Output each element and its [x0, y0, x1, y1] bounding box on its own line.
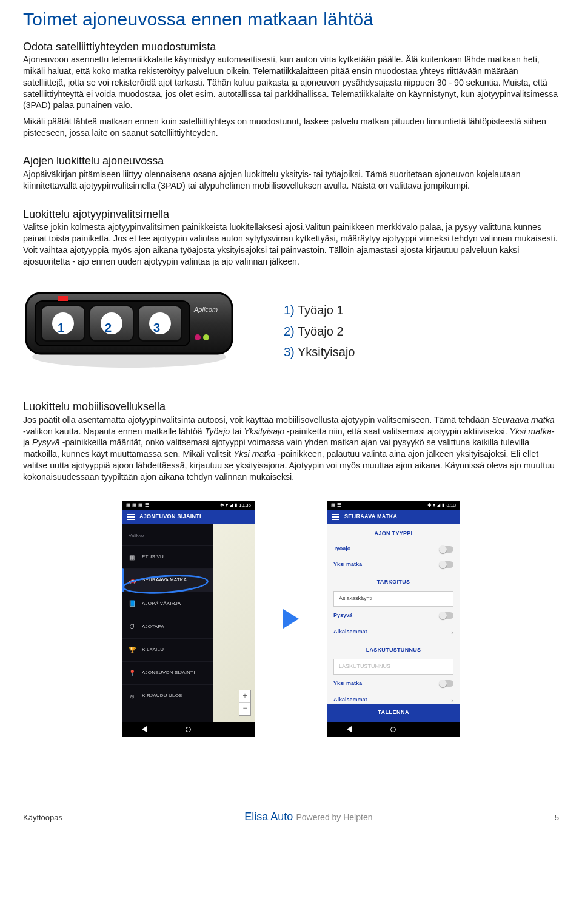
drawer-label-kilpailu: KILPAILU [142, 647, 164, 653]
pin-icon: 📍 [129, 669, 136, 677]
hamburger-icon[interactable] [332, 513, 340, 521]
back-icon[interactable] [347, 726, 352, 732]
toggle-yksimatka2[interactable] [440, 680, 453, 687]
row-tyoajo[interactable]: Työajo [327, 541, 460, 557]
device-image: 1 2 3 Aplicom [23, 284, 235, 378]
section-satellite-p1: Ajoneuvoon asennettu telematiikkalaite k… [23, 54, 559, 111]
section-selector-p1: Valitse jokin kolmesta ajotyypinvalitsim… [23, 221, 559, 267]
recents-icon[interactable] [230, 727, 235, 732]
home-icon[interactable] [186, 727, 191, 732]
sec4-p1e: tai [230, 427, 244, 436]
grid-icon: ▦ [129, 553, 136, 561]
statusbar: ▦ ☰ ✱ ▾ ◢ ▮8.13 [327, 501, 460, 510]
label-tyoajo: Työajo [333, 545, 350, 553]
drawer-item-sijainti[interactable]: 📍AJONEUVON SIJAINTI [122, 661, 213, 684]
page-footer: Käyttöopas Elisa Auto Powered by Helpten… [23, 810, 559, 825]
drawer-item-kirjaudu[interactable]: ⎋KIRJAUDU ULOS [122, 684, 213, 707]
battery-icon: ▮ [442, 502, 444, 509]
label-yksimatka2: Yksi matka [333, 680, 362, 687]
section-mobile: Luokittelu mobiilisovelluksella Jos päät… [23, 400, 559, 482]
footer-center: Elisa Auto Powered by Helpten [244, 810, 372, 825]
zoom-out-button[interactable]: − [239, 703, 250, 715]
legend-item-3: 3) Yksityisajo [284, 344, 559, 360]
status-icon: ▦ ☰ [331, 502, 341, 509]
footer-sub: Powered by Helpten [296, 812, 372, 822]
section-selector: Luokittelu ajotyypinvalitsimella Valitse… [23, 207, 559, 268]
row-pysyva[interactable]: Pysyvä [327, 608, 460, 624]
home-icon[interactable] [390, 727, 396, 732]
sec4-p1g: -painiketta niin, että saat valitsemasi … [284, 427, 509, 436]
sec4-em-pysyva: Pysyvä [32, 437, 60, 447]
device-row: 1 2 3 Aplicom 1) Työajo 1 2) Työajo 2 3)… [23, 284, 559, 378]
zoom-control[interactable]: + − [239, 690, 251, 717]
row-aikaisemmat[interactable]: Aikaisemmat› [327, 624, 460, 641]
statusbar: ▦ ▦ ▦ ☰ ✱ ▾ ◢ ▮13.36 [122, 501, 255, 510]
section-satellite: Odota satelliittiyhteyden muodostumista … [23, 40, 559, 139]
device-button-2-label: 2 [105, 321, 112, 335]
nav-drawer: Valikko ▦ETUSIVU 🚗SEURAAVA MATKA 📘AJOPÄI… [122, 524, 213, 722]
phones-row: ▦ ▦ ▦ ☰ ✱ ▾ ◢ ▮13.36 AJONEUVON SIJAINTI … [23, 501, 559, 737]
section-classification-heading: Ajojen luokittelu ajoneuvossa [23, 154, 559, 169]
appbar: SEURAAVA MATKA [327, 510, 460, 524]
input-tarkoitus[interactable]: Asiakaskäynti [333, 591, 453, 607]
android-navbar [122, 722, 255, 737]
appbar: AJONEUVON SIJAINTI [122, 510, 255, 524]
section-title-lasku: LASKUTUSTUNNUS [327, 641, 460, 658]
car-icon: 🚗 [129, 576, 136, 584]
legend-3-num: 3) [284, 345, 295, 359]
chevron-right-icon: › [451, 696, 453, 705]
label-pysyva: Pysyvä [333, 612, 352, 619]
phone-screenshot-drawer: ▦ ▦ ▦ ☰ ✱ ▾ ◢ ▮13.36 AJONEUVON SIJAINTI … [122, 501, 255, 737]
footer-left: Käyttöopas [23, 812, 62, 823]
svg-point-11 [203, 334, 209, 340]
section-satellite-heading: Odota satelliittiyhteyden muodostumista [23, 40, 559, 55]
section-mobile-heading: Luokittelu mobiilisovelluksella [23, 400, 559, 414]
drawer-label-seuraava: SEURAAVA MATKA [142, 577, 187, 584]
bluetooth-icon: ✱ ▾ ◢ [220, 502, 233, 509]
footer-brand: Elisa Auto [244, 811, 293, 823]
device-legend: 1) Työajo 1 2) Työajo 2 3) Yksityisajo [284, 297, 559, 365]
section-classification: Ajojen luokittelu ajoneuvossa Ajopäiväki… [23, 154, 559, 191]
section-title-tarkoitus: TARKOITUS [327, 573, 460, 590]
recents-icon[interactable] [435, 727, 440, 732]
logout-icon: ⎋ [129, 692, 136, 700]
drawer-header: Valikko [122, 524, 213, 545]
status-time: 13.36 [239, 502, 251, 509]
back-icon[interactable] [142, 726, 147, 732]
sec4-em-seuraava: Seuraava matka [492, 415, 554, 425]
input-lasku[interactable]: LASKUTUSTUNNUS [333, 659, 453, 675]
save-button[interactable]: TALLENNA [327, 704, 460, 722]
label-yksimatka: Yksi matka [333, 561, 362, 568]
map-area[interactable]: + − [213, 524, 255, 722]
label-aikaisemmat2: Aikaisemmat [333, 696, 367, 704]
sec4-em-yksimatka2: Yksi matka [233, 449, 275, 459]
toggle-tyoajo[interactable] [440, 546, 453, 553]
svg-rect-9 [58, 296, 68, 301]
drawer-item-etusivu[interactable]: ▦ETUSIVU [122, 545, 213, 568]
label-aikaisemmat: Aikaisemmat [333, 629, 367, 636]
section-title-type: AJON TYYPPI [327, 524, 460, 541]
book-icon: 📘 [129, 599, 136, 607]
row-yksimatka[interactable]: Yksi matka [327, 557, 460, 573]
android-navbar [327, 722, 460, 737]
chevron-right-icon: › [451, 628, 453, 637]
status-icon: ▦ ▦ ▦ ☰ [126, 502, 149, 509]
hamburger-icon[interactable] [127, 513, 135, 521]
drawer-item-ajotapa[interactable]: ⏱AJOTAPA [122, 615, 213, 638]
sec4-em-tyoajo: Työajo [205, 427, 230, 436]
row-yksimatka2[interactable]: Yksi matka [327, 676, 460, 692]
zoom-in-button[interactable]: + [239, 690, 250, 703]
toggle-yksimatka[interactable] [440, 561, 453, 568]
drawer-item-seuraava[interactable]: 🚗SEURAAVA MATKA [122, 568, 213, 592]
trophy-icon: 🏆 [129, 646, 136, 654]
toggle-pysyva[interactable] [440, 612, 453, 619]
drawer-item-kilpailu[interactable]: 🏆KILPAILU [122, 638, 213, 661]
legend-item-1: 1) Työajo 1 [284, 302, 559, 318]
drawer-label-etusivu: ETUSIVU [142, 554, 164, 561]
drawer-item-ajopaivakirja[interactable]: 📘AJOPÄIVÄKIRJA [122, 592, 213, 615]
device-button-1-label: 1 [58, 321, 64, 335]
drawer-label-kirjaudu: KIRJAUDU ULOS [142, 693, 182, 700]
page-title: Toimet ajoneuvossa ennen matkaan lähtöä [23, 7, 559, 32]
drawer-label-ajotapa: AJOTAPA [142, 624, 164, 630]
device-brand-label: Aplicom [194, 306, 218, 313]
